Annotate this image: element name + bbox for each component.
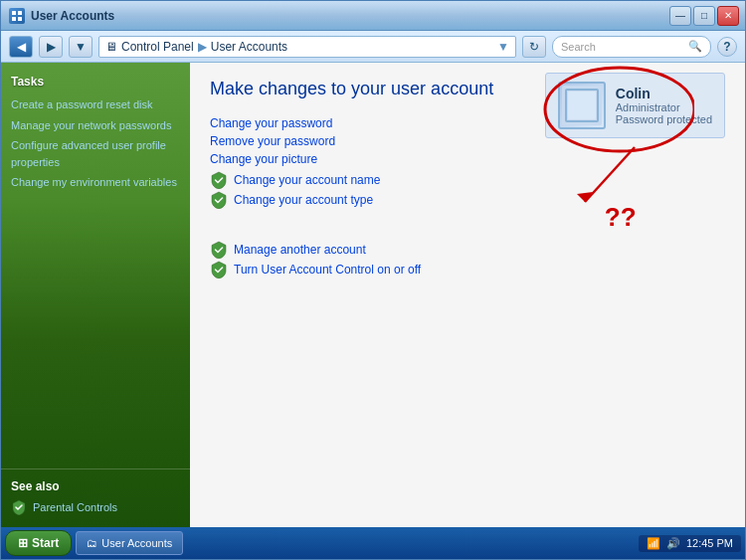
search-icon[interactable]: 🔍 xyxy=(688,40,702,53)
help-button[interactable]: ? xyxy=(717,37,737,57)
uac-shield-icon xyxy=(210,261,228,279)
refresh-button[interactable]: ↻ xyxy=(522,36,546,58)
uac-link[interactable]: Turn User Account Control on or off xyxy=(234,262,421,278)
svg-rect-0 xyxy=(12,11,16,15)
volume-icon: 🔊 xyxy=(666,537,680,550)
manage-account-container: Manage another account xyxy=(210,241,725,259)
sidebar-link-environment[interactable]: Change my environment variables xyxy=(11,174,180,191)
user-name: Colin xyxy=(616,86,712,101)
change-account-name-link[interactable]: Change your account name xyxy=(234,172,380,188)
manage-another-account-link[interactable]: Manage another account xyxy=(234,242,366,258)
back-button[interactable]: ◀ xyxy=(9,36,33,58)
change-type-shield-icon xyxy=(210,191,228,209)
start-button[interactable]: ⊞ Start xyxy=(5,530,72,556)
sidebar-link-password-reset[interactable]: Create a password reset disk xyxy=(11,96,180,113)
uac-container: Turn User Account Control on or off xyxy=(210,261,725,279)
user-info: Colin Administrator Password protected xyxy=(616,86,712,125)
title-bar-controls: — □ ✕ xyxy=(669,6,739,26)
window-title: User Accounts xyxy=(31,9,114,23)
search-box[interactable]: Search 🔍 xyxy=(552,36,711,58)
avatar-image xyxy=(562,86,602,125)
address-part-1: Control Panel xyxy=(121,40,194,54)
address-icon: 🖥 xyxy=(105,40,117,54)
change-type-container: Change your account type xyxy=(210,191,725,209)
main-content: Tasks Create a password reset disk Manag… xyxy=(1,63,745,527)
search-placeholder: Search xyxy=(561,41,596,53)
active-window-icon: 🗂 xyxy=(87,537,97,549)
maximize-button[interactable]: □ xyxy=(693,6,715,26)
clock: 12:45 PM xyxy=(686,537,733,549)
user-role: Administrator xyxy=(616,101,712,113)
divider xyxy=(210,229,725,241)
title-bar-left: User Accounts xyxy=(9,8,114,24)
question-marks: ?? xyxy=(605,202,637,233)
sidebar-link-advanced-profile[interactable]: Configure advanced user profile properti… xyxy=(11,137,180,170)
parental-controls-shield-icon xyxy=(11,499,27,515)
change-account-type-link[interactable]: Change your account type xyxy=(234,192,373,208)
svg-rect-7 xyxy=(568,92,596,119)
start-label: Start xyxy=(32,536,59,550)
active-window-button[interactable]: 🗂 User Accounts xyxy=(76,531,183,555)
minimize-button[interactable]: — xyxy=(669,6,691,26)
address-sep-1: ▶ xyxy=(198,40,207,54)
change-name-shield-icon xyxy=(210,171,228,189)
parental-controls-label: Parental Controls xyxy=(33,501,117,513)
user-avatar xyxy=(558,82,606,129)
forward-button[interactable]: ▶ xyxy=(39,36,63,58)
change-name-container: Change your account name xyxy=(210,171,725,189)
address-bar[interactable]: 🖥 Control Panel ▶ User Accounts ▼ xyxy=(98,36,516,58)
svg-rect-1 xyxy=(18,11,22,15)
start-icon: ⊞ xyxy=(18,536,28,550)
manage-account-shield-icon xyxy=(210,241,228,259)
address-part-2: User Accounts xyxy=(211,40,287,54)
taskbar: ⊞ Start 🗂 User Accounts 📶 🔊 12:45 PM xyxy=(1,527,745,559)
network-icon: 📶 xyxy=(647,537,660,550)
sidebar-link-network-passwords[interactable]: Manage your network passwords xyxy=(11,117,180,134)
secondary-action-links: Manage another account Turn User Account… xyxy=(210,241,725,279)
sidebar: Tasks Create a password reset disk Manag… xyxy=(1,63,190,527)
tasks-title: Tasks xyxy=(11,75,180,89)
svg-rect-2 xyxy=(12,17,16,21)
parental-controls-link[interactable]: Parental Controls xyxy=(11,499,180,515)
main-window: User Accounts — □ ✕ ◀ ▶ ▼ 🖥 Control Pane… xyxy=(0,0,746,560)
navigation-bar: ◀ ▶ ▼ 🖥 Control Panel ▶ User Accounts ▼ … xyxy=(1,31,745,63)
user-status: Password protected xyxy=(616,113,712,125)
window-icon xyxy=(9,8,25,24)
sidebar-bottom: See also Parental Controls xyxy=(1,468,190,515)
address-dropdown-icon[interactable]: ▼ xyxy=(497,40,509,54)
active-window-label: User Accounts xyxy=(101,537,172,549)
close-button[interactable]: ✕ xyxy=(717,6,739,26)
user-card-wrapper: Colin Administrator Password protected ?… xyxy=(545,73,725,138)
user-card: Colin Administrator Password protected xyxy=(545,73,725,138)
recent-pages-button[interactable]: ▼ xyxy=(69,36,93,58)
right-panel: Make changes to your user account Change… xyxy=(190,63,745,527)
sidebar-top: Tasks Create a password reset disk Manag… xyxy=(1,75,190,195)
system-tray: 📶 🔊 12:45 PM xyxy=(639,535,741,552)
see-also-title: See also xyxy=(11,479,180,493)
change-picture-link[interactable]: Change your picture xyxy=(210,151,725,167)
title-bar: User Accounts — □ ✕ xyxy=(1,1,745,31)
svg-rect-3 xyxy=(18,17,22,21)
